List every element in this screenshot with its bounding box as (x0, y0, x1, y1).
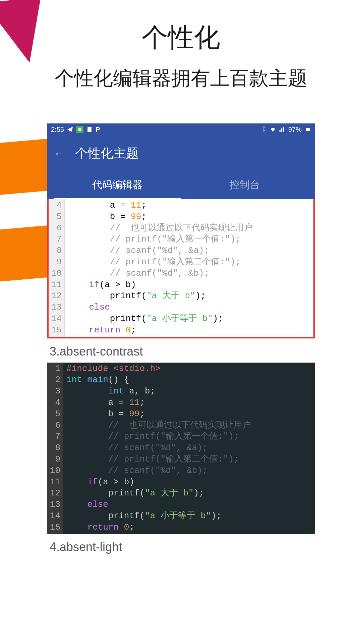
bluetooth-icon (260, 126, 267, 133)
code-content: a = 11; b = 99; // 也可以通过以下代码实现让用户 // pri… (65, 199, 313, 337)
telegram-icon (67, 126, 73, 133)
battery-percent: 97% (288, 126, 302, 133)
tabs: 代码编辑器 控制台 (54, 172, 308, 199)
svg-rect-2 (306, 128, 310, 131)
page-title: 个性化 (0, 20, 362, 55)
theme-label-3: 3.absent-contrast (50, 344, 315, 359)
page-subtitle: 个性化编辑器拥有上百款主题 (0, 65, 362, 92)
app-icon (76, 126, 83, 133)
decorative-triangle (0, 0, 46, 66)
tab-code-editor[interactable]: 代码编辑器 (54, 172, 181, 199)
app-bar-title: 个性化主题 (75, 145, 139, 162)
doc-icon (86, 126, 93, 133)
decorative-bar-2 (0, 225, 50, 283)
p-icon: P (96, 126, 100, 133)
theme-label-4: 4.absent-light (50, 540, 315, 554)
wifi-icon (269, 126, 276, 133)
back-button[interactable]: ← (54, 147, 65, 160)
app-bar: ← 个性化主题 代码编辑器 控制台 (47, 136, 315, 199)
svg-rect-1 (87, 127, 92, 132)
signal-icon (279, 126, 286, 133)
code-preview-dark[interactable]: 123456789101112131415 #include <stdio.h>… (47, 363, 315, 534)
status-time: 2:55 (51, 126, 64, 133)
code-preview-light[interactable]: 456789101112131415 a = 11; b = 99; // 也可… (47, 199, 315, 338)
phone-mockup: 2:55 P 97% ← 个性化主题 代码编辑器 控制台 45678910111… (47, 123, 315, 558)
line-gutter: 123456789101112131415 (47, 363, 63, 534)
svg-point-0 (78, 128, 81, 131)
line-gutter: 456789101112131415 (49, 199, 65, 337)
battery-icon (304, 126, 311, 133)
code-content: #include <stdio.h>int main() { int a, b;… (63, 363, 315, 534)
status-bar: 2:55 P 97% (47, 123, 315, 136)
tab-console[interactable]: 控制台 (181, 172, 308, 199)
